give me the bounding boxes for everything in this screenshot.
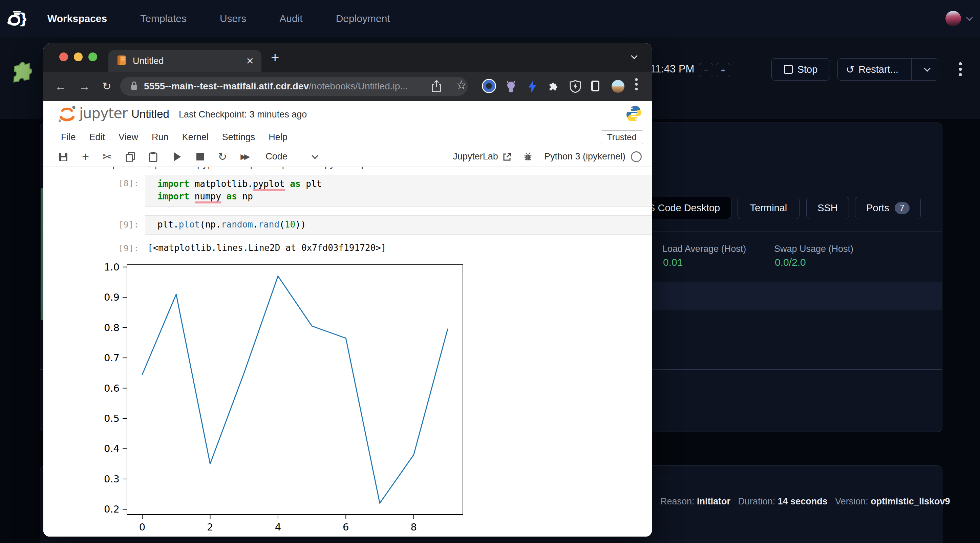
github-extension-icon[interactable] (504, 80, 517, 94)
run-cell-icon[interactable] (174, 152, 181, 161)
cell9-input[interactable]: plt.plot(np.random.rand(10)) (145, 215, 652, 235)
bookmark-star-icon[interactable]: ☆ (456, 78, 467, 92)
interrupt-kernel-icon[interactable] (196, 153, 204, 160)
kernel-name[interactable]: Python 3 (ipykernel) (544, 151, 625, 162)
load-average-value: 0.01 (663, 257, 682, 268)
build-status-indicator-bar (41, 188, 43, 320)
tab-search-chevron-icon[interactable] (631, 52, 638, 59)
cell-type-dropdown[interactable]: Code (266, 151, 288, 162)
tab-title: Untitled (133, 56, 246, 66)
browser-kebab-menu[interactable]: ••• (635, 77, 638, 91)
nav-item-templates[interactable]: Templates (140, 13, 186, 24)
restart-run-all-icon[interactable]: ▶▶ (240, 152, 248, 161)
notebook-title[interactable]: Untitled (131, 108, 169, 121)
svg-text:0.3: 0.3 (104, 473, 119, 485)
ghostery-extension-icon[interactable] (570, 80, 581, 94)
lock-icon (130, 81, 138, 92)
output-repr-text: [<matplotlib.lines.Line2D at 0x7fd03f191… (148, 243, 386, 253)
user-menu-chevron-icon[interactable] (966, 14, 973, 21)
browser-tab-strip: Untitled ✕ + (43, 43, 652, 72)
url-domain: 5555--main--test--matifali.atif.cdr.dev (144, 81, 309, 92)
jupyter-brand: jupyter (79, 105, 127, 122)
svg-text:1.0: 1.0 (104, 261, 119, 273)
ports-count-badge: 7 (895, 202, 910, 214)
kernel-status-icon (631, 151, 642, 162)
cut-cell-icon[interactable]: ✂ (103, 150, 113, 164)
copy-cell-icon[interactable] (125, 151, 135, 162)
clipped-previous-cell: import matplotlib.pyplot as plt import n… (102, 167, 440, 171)
cell-type-chevron-icon[interactable] (312, 152, 318, 159)
nav-item-users[interactable]: Users (220, 13, 246, 24)
ports-button[interactable]: Ports 7 (855, 197, 921, 219)
forward-icon[interactable]: → (79, 80, 90, 93)
nav-item-deployment[interactable]: Deployment (336, 13, 390, 24)
svg-text:4: 4 (275, 521, 281, 533)
stop-workspace-button[interactable]: Stop (772, 58, 830, 81)
trusted-button[interactable]: Trusted (601, 130, 643, 144)
checkpoint-status: Last Checkpoint: 3 minutes ago (179, 110, 307, 120)
browser-tab[interactable]: Untitled ✕ (108, 50, 261, 72)
coder-logo-icon[interactable]: } (7, 8, 28, 29)
workspace-puzzle-icon (10, 56, 38, 85)
terminal-button[interactable]: Terminal (738, 197, 800, 219)
back-icon[interactable]: ← (55, 80, 66, 93)
stop-icon (784, 65, 793, 74)
workspace-kebab-menu[interactable]: ••• (958, 61, 963, 77)
extensions-puzzle-icon[interactable] (548, 80, 560, 94)
matplotlib-figure: 0.20.30.40.50.60.70.80.91.002468 (102, 261, 495, 537)
menu-view[interactable]: View (119, 132, 138, 143)
restart-kernel-icon[interactable]: ↻ (218, 150, 227, 163)
restart-options-chevron-icon[interactable] (916, 68, 938, 71)
swap-usage-value: 0.0/2.0 (775, 257, 806, 268)
nav-item-audit[interactable]: Audit (279, 13, 302, 24)
svg-text:0.7: 0.7 (104, 352, 119, 364)
svg-text:8: 8 (410, 521, 417, 533)
window-minimize-button[interactable] (74, 52, 83, 61)
external-link-icon[interactable] (503, 152, 512, 161)
browser-window: Untitled ✕ + ← → ↻ 5555--main--test--mat… (43, 43, 652, 537)
menu-kernel[interactable]: Kernel (182, 132, 208, 143)
sidepanel-extension-icon[interactable] (591, 81, 600, 91)
nav-item-workspaces[interactable]: Workspaces (48, 13, 107, 24)
zoom-out-button[interactable]: − (699, 63, 713, 77)
menu-help[interactable]: Help (269, 132, 288, 143)
paste-cell-icon[interactable] (148, 151, 158, 162)
menu-file[interactable]: File (61, 132, 76, 143)
notebook-favicon (116, 55, 127, 67)
share-icon[interactable] (431, 80, 442, 94)
browser-toolbar: ← → ↻ 5555--main--test--matifali.atif.cd… (43, 72, 652, 101)
url-address-bar[interactable]: 5555--main--test--matifali.atif.cdr.dev/… (120, 77, 468, 96)
svg-text:6: 6 (343, 521, 349, 533)
user-avatar[interactable] (945, 11, 961, 26)
add-cell-icon[interactable]: + (82, 150, 89, 164)
output-prompt: [9]: (81, 243, 139, 253)
onepassword-extension-icon[interactable] (483, 80, 495, 92)
svg-text:0.8: 0.8 (104, 322, 119, 333)
cell8-input[interactable]: import matplotlib.pyplot as plt import n… (145, 175, 652, 207)
jupyter-toolbar: + ✂ ↻ ▶▶ Code JupyterLab Python 3 (ipyke… (43, 146, 652, 167)
restart-workspace-button[interactable]: ↺ Restart... (837, 58, 939, 81)
svg-text:}: } (19, 10, 26, 27)
svg-text:2: 2 (207, 521, 213, 533)
new-tab-button[interactable]: + (271, 49, 279, 66)
window-close-button[interactable] (59, 52, 68, 61)
jupyter-menubar: File Edit View Run Kernel Settings Help … (43, 128, 652, 146)
ssh-button[interactable]: SSH (806, 197, 849, 219)
cell9-prompt: [9]: (81, 220, 139, 230)
cell8-prompt: [8]: (81, 178, 139, 188)
zoom-in-button[interactable]: + (716, 63, 730, 77)
debugger-bug-icon[interactable] (523, 152, 533, 162)
reload-icon[interactable]: ↻ (102, 80, 111, 93)
svg-text:0.2: 0.2 (104, 503, 119, 515)
window-maximize-button[interactable] (88, 52, 97, 61)
notebook-body: import matplotlib.pyplot as plt import n… (43, 167, 652, 537)
menu-run[interactable]: Run (152, 132, 169, 143)
lightning-extension-icon[interactable] (527, 80, 538, 95)
jupyterlab-link[interactable]: JupyterLab (453, 151, 498, 162)
menu-settings[interactable]: Settings (222, 132, 255, 143)
tab-close-icon[interactable]: ✕ (246, 56, 254, 67)
top-nav-bar: } Workspaces Templates Users Audit Deplo… (0, 0, 980, 37)
save-icon[interactable] (58, 152, 68, 162)
menu-edit[interactable]: Edit (89, 132, 105, 143)
profile-avatar-icon[interactable] (612, 80, 624, 93)
